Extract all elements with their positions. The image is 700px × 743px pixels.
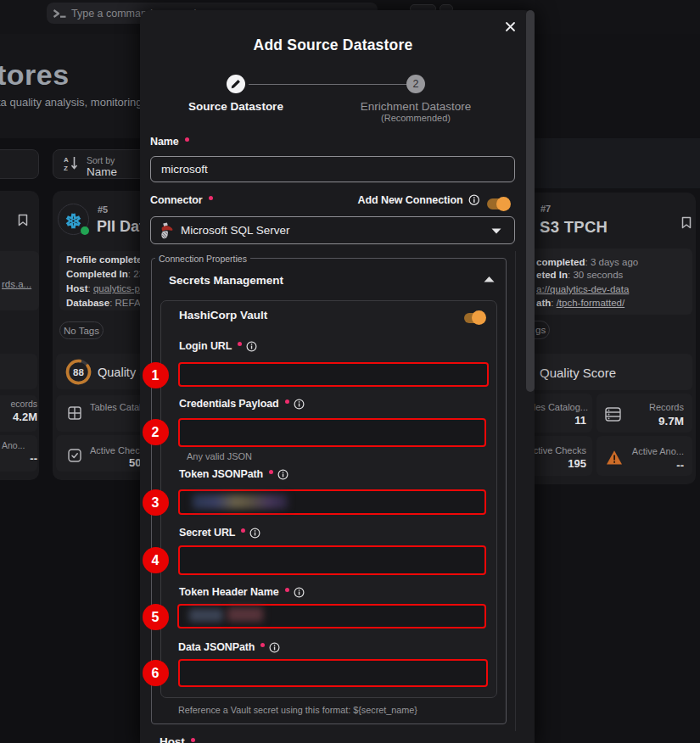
svg-text:A: A [64,156,69,164]
svg-text:88: 88 [73,367,84,377]
svg-text:Z: Z [64,165,68,172]
